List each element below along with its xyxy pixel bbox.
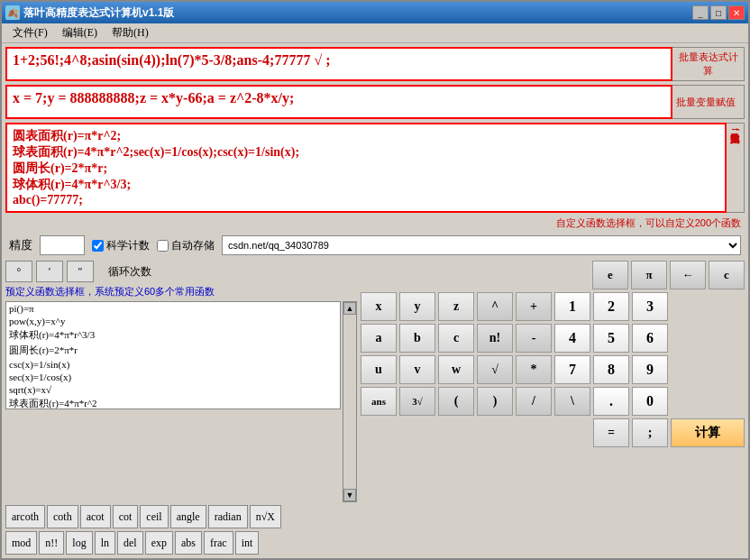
deg-button[interactable]: ° [5, 261, 32, 282]
backslash-button[interactable]: \ [554, 387, 590, 416]
8-button[interactable]: 8 [593, 355, 629, 384]
sci-calc-checkbox-label[interactable]: 科学计数 [92, 238, 150, 253]
c-button[interactable]: c [438, 324, 474, 353]
scroll-down-btn[interactable]: ▼ [343, 489, 356, 501]
func-def-hint: 自定义函数选择框，可以自定义200个函数 [5, 216, 745, 230]
auto-save-label: 自动存储 [171, 238, 215, 253]
batch-assign-input[interactable]: x = 7;y = 888888888;z = x*y-66;a = z^2-8… [5, 85, 672, 119]
bottom-btns-row1: arcoth coth acot cot ceil angle radian n… [5, 505, 357, 528]
coth-button[interactable]: coth [47, 505, 78, 528]
0-button[interactable]: 0 [632, 387, 668, 416]
menu-edit[interactable]: 编辑(E) [55, 23, 105, 42]
nfact-button[interactable]: n! [477, 324, 513, 353]
6-button[interactable]: 6 [632, 324, 668, 353]
list-item[interactable]: 球体积(r)=4*π*r^3/3 [6, 327, 340, 343]
plus-button[interactable]: + [516, 292, 552, 321]
cot-button[interactable]: cot [113, 505, 139, 528]
list-item[interactable]: pi()=π [6, 302, 340, 315]
list-item[interactable]: csc(x)=1/sin(x) [6, 358, 340, 371]
list-item[interactable]: 球表面积(r)=4*π*r^2 [6, 396, 340, 409]
bottom-calc-row: = ; 计算 [361, 418, 745, 447]
w-button[interactable]: w [438, 355, 474, 384]
predef-scrollbar[interactable]: ▲ ▼ [343, 301, 357, 502]
nrootx-button[interactable]: n√X [250, 505, 281, 528]
divide-button[interactable]: / [516, 387, 552, 416]
e-button[interactable]: e [592, 261, 628, 289]
x-button[interactable]: x [361, 292, 397, 321]
1-button[interactable]: 1 [554, 292, 590, 321]
sec-button[interactable]: ″ [67, 261, 94, 282]
calculate-button[interactable]: 计算 [671, 418, 745, 447]
app-icon: 🍂 [5, 5, 20, 20]
cbrt-button[interactable]: 3√ [399, 387, 435, 416]
minimize-button[interactable]: _ [692, 5, 709, 20]
batch-expr-input[interactable]: 1+2;56!;4^8;asin(sin(4));ln(7)*5-3/8;ans… [5, 47, 672, 81]
batch-expr-label: 批量表达式计算 [672, 47, 745, 81]
min-button[interactable]: ′ [36, 261, 63, 282]
close-button[interactable]: ✕ [728, 5, 745, 20]
radian-button[interactable]: radian [208, 505, 248, 528]
sqrt-button[interactable]: √ [477, 355, 513, 384]
list-item[interactable]: sqrt(x)=x√ [6, 383, 340, 396]
ceil-button[interactable]: ceil [140, 505, 168, 528]
precision-input[interactable] [40, 235, 85, 255]
keyboard-section: ° ′ ″ 循环次数 预定义函数选择框，系统预定义60多个常用函数 pi()=π… [5, 261, 745, 555]
title-bar-left: 🍂 落叶高精度表达式计算机v1.1版 [5, 5, 174, 21]
exp-button[interactable]: exp [145, 531, 173, 555]
maximize-button[interactable]: □ [710, 5, 727, 20]
pi-button[interactable]: π [631, 261, 667, 289]
9-button[interactable]: 9 [632, 355, 668, 384]
semicolon-button[interactable]: ; [632, 418, 668, 447]
b-button[interactable]: b [399, 324, 435, 353]
clear-button[interactable]: c [709, 261, 745, 289]
del-button[interactable]: del [117, 531, 143, 555]
auto-save-checkbox[interactable] [157, 240, 169, 252]
frac-button[interactable]: frac [204, 531, 233, 555]
list-item[interactable]: pow(x,y)=x^y [6, 315, 340, 327]
sci-calc-checkbox[interactable] [92, 240, 104, 252]
predef-list-container: pi()=π pow(x,y)=x^y 球体积(r)=4*π*r^3/3 圆周长… [5, 301, 357, 502]
dot-button[interactable]: . [593, 387, 629, 416]
v-button[interactable]: v [399, 355, 435, 384]
list-item[interactable]: 圆周长(r)=2*π*r [6, 343, 340, 358]
arcoth-button[interactable]: arcoth [5, 505, 45, 528]
equals-button[interactable]: = [593, 418, 629, 447]
log-button[interactable]: log [66, 531, 92, 555]
auto-save-checkbox-label[interactable]: 自动存储 [157, 238, 215, 253]
menu-help[interactable]: 帮助(H) [105, 23, 156, 42]
abs-button[interactable]: abs [175, 531, 202, 555]
sci-calc-label: 科学计数 [106, 238, 150, 253]
acot-button[interactable]: acot [80, 505, 111, 528]
z-button[interactable]: z [438, 292, 474, 321]
lparen-button[interactable]: ( [438, 387, 474, 416]
batch-expr-row: 1+2;56!;4^8;asin(sin(4));ln(7)*5-3/8;ans… [5, 47, 745, 81]
backspace-button[interactable]: ← [670, 261, 706, 289]
7-button[interactable]: 7 [554, 355, 590, 384]
predef-list[interactable]: pi()=π pow(x,y)=x^y 球体积(r)=4*π*r^3/3 圆周长… [5, 301, 341, 409]
a-button[interactable]: a [361, 324, 397, 353]
5-button[interactable]: 5 [593, 324, 629, 353]
main-keypad-area: x y z ^ a b c n! u v w √ ans 3√ [361, 292, 745, 416]
power-button[interactable]: ^ [477, 292, 513, 321]
u-button[interactable]: u [361, 355, 397, 384]
int-button[interactable]: int [235, 531, 260, 555]
4-button[interactable]: 4 [554, 324, 590, 353]
ln-button[interactable]: ln [95, 531, 115, 555]
2-button[interactable]: 2 [593, 292, 629, 321]
nddfact-button[interactable]: n!! [39, 531, 64, 555]
ans-button[interactable]: ans [361, 387, 397, 416]
scroll-up-btn[interactable]: ▲ [343, 302, 356, 315]
cycle-row: ° ′ ″ 循环次数 [5, 261, 357, 282]
y-button[interactable]: y [399, 292, 435, 321]
angle-button[interactable]: angle [170, 505, 206, 528]
right-panel: e π ← c x y z ^ a b c n [361, 261, 745, 555]
mod-button[interactable]: mod [5, 531, 37, 555]
batch-func-input[interactable]: 圆表面积(r)=π*r^2; 球表面积(r)=4*π*r^2;sec(x)=1/… [5, 123, 727, 213]
multiply-button[interactable]: * [516, 355, 552, 384]
menu-file[interactable]: 文件(F) [5, 23, 55, 42]
3-button[interactable]: 3 [632, 292, 668, 321]
func-dropdown[interactable]: csdn.net/qq_34030789 [222, 235, 741, 255]
rparen-button[interactable]: ) [477, 387, 513, 416]
list-item[interactable]: sec(x)=1/cos(x) [6, 371, 340, 383]
minus-button[interactable]: - [516, 324, 552, 353]
